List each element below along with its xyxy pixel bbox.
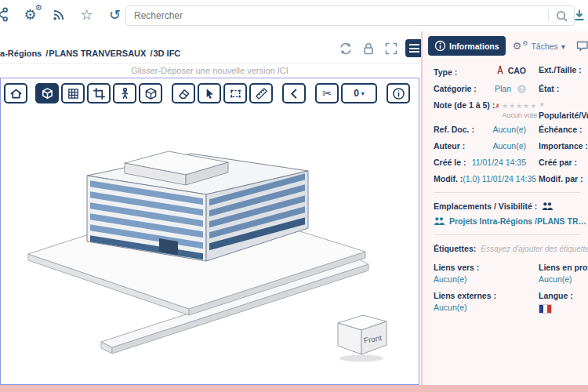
tasks-gear-small-icon: ⚙	[522, 40, 528, 47]
field-category-value: Plan ?	[495, 84, 526, 93]
bottom-status-strip	[0, 385, 588, 392]
cad-compass-icon	[495, 65, 505, 75]
field-modified-value: (1.0) 11/01/24 14:35	[463, 174, 536, 183]
tab-taches-label: Tâches	[531, 42, 557, 51]
search-bar	[125, 5, 575, 26]
field-external-links-label: Liens externes :	[434, 291, 496, 300]
rating-stars[interactable]: ✗★★★★★	[495, 100, 537, 110]
toolbar-cube-view-button[interactable]	[35, 83, 59, 103]
field-note-empty: Aucun vote	[502, 111, 537, 119]
field-locations-label: Emplacements / Visibilité :	[434, 201, 537, 211]
field-links-from-value: Aucun(e)	[539, 274, 572, 284]
field-category-label: Catégorie :	[434, 84, 477, 93]
settings-gear-icon[interactable]: ⚙ ⚙	[22, 6, 38, 23]
panel-divider	[434, 234, 580, 235]
top-bar-icons: ⚙ ⚙ ☆ ↺	[0, 6, 123, 23]
toolbar-walkthrough-button[interactable]	[113, 83, 136, 103]
panel-body: Type : CAO Ext./Taille : Catégorie :	[423, 59, 588, 314]
field-links-from-label: Liens en provenance :	[539, 263, 588, 272]
app-window: ⚙ ⚙ ☆ ↺	[0, 0, 588, 392]
tags-placeholder[interactable]: Essayez d'ajouter des étiquettes depuis	[481, 245, 588, 253]
toolbar-ruler-button[interactable]	[249, 83, 273, 103]
history-icon[interactable]: ↺	[107, 6, 123, 23]
field-state-label: État :	[539, 84, 559, 93]
tab-informations-label: Informations	[449, 42, 499, 51]
panel-divider	[434, 192, 580, 193]
popularity-star-icon: ★	[539, 100, 546, 108]
panel-tabs: Informations ⚙⚙ Tâches ▾ Commentaires	[423, 31, 588, 59]
help-badge[interactable]: ?	[517, 85, 526, 93]
viewer-toolbar: ✂ 0 ▾	[4, 83, 410, 103]
toolbar-counter-dropdown[interactable]: 0 ▾	[341, 83, 377, 103]
toolbar-home-button[interactable]	[4, 83, 27, 103]
toolbar-crop-button[interactable]	[87, 83, 111, 103]
toolbar-collapse-button[interactable]	[282, 83, 306, 103]
field-author-label: Auteur :	[434, 141, 465, 151]
field-createdby-label: Créé par :	[539, 158, 577, 167]
field-popularity-label: Popularité/Vues :	[539, 111, 588, 120]
users-icon	[434, 216, 445, 226]
field-type-label: Type :	[434, 67, 457, 77]
viewer-controls	[337, 39, 423, 57]
field-modifiedby-label: Modif. par :	[539, 174, 583, 183]
search-icon[interactable]	[549, 9, 574, 23]
toolbar-pointer-button[interactable]	[198, 83, 221, 103]
field-ext-label: Ext./Taille :	[539, 65, 582, 74]
fullscreen-icon[interactable]	[383, 40, 399, 56]
field-external-links-value: Aucun(e)	[434, 303, 467, 312]
french-flag-icon	[539, 304, 552, 314]
field-refdoc-label: Ref. Doc. :	[434, 125, 474, 134]
users-icon	[542, 201, 554, 211]
breadcrumb-separator: /	[45, 49, 48, 58]
toolbar-eraser-button[interactable]	[172, 83, 195, 103]
sync-icon[interactable]	[337, 40, 354, 56]
tab-commentaires[interactable]: Commentaires	[572, 36, 588, 56]
tab-informations[interactable]: Informations	[428, 36, 506, 56]
breadcrumb-item-folder[interactable]: PLANS TRANVERSAUX	[49, 49, 146, 58]
field-language-label: Langue :	[539, 291, 573, 300]
field-refdoc-value: Aucun(e)	[492, 125, 526, 134]
location-breadcrumb-link[interactable]: Projets Intra-Régions /PLANS TRANVERSAUX…	[434, 216, 587, 226]
share-icon[interactable]	[0, 6, 10, 23]
download-icon[interactable]	[572, 8, 586, 22]
comment-bubble-icon	[576, 40, 588, 52]
scissors-icon: ✂	[322, 88, 332, 99]
toolbar-grid-button[interactable]	[61, 83, 85, 103]
favorite-star-icon[interactable]: ☆	[78, 6, 95, 23]
rss-feed-icon[interactable]	[50, 6, 67, 23]
chevron-down-icon: ▾	[561, 42, 565, 51]
field-created-label: Créé le :	[434, 158, 466, 167]
breadcrumb-item-current: 3D IFC	[153, 49, 180, 58]
breadcrumb: Projets Intra-Régions/PLANS TRANVERSAUX/…	[0, 49, 180, 58]
top-bar: ⚙ ⚙ ☆ ↺	[0, 0, 588, 33]
field-modified-label: Modif. :	[434, 174, 463, 183]
field-links-to-value: Aucun(e)	[434, 274, 467, 284]
counter-value: 0	[354, 88, 359, 99]
toolbar-info-button[interactable]	[387, 83, 410, 103]
breadcrumb-separator: /	[150, 49, 152, 58]
view-navigation-cube[interactable]: Front	[333, 309, 393, 364]
field-tags-label: Étiquettes:	[434, 244, 476, 253]
field-due-label: Échéance :	[539, 125, 582, 134]
field-type-value: CAO	[495, 65, 526, 75]
field-created-value: 11/01/24 14:35	[472, 158, 526, 167]
info-circle-icon	[434, 40, 446, 52]
field-note-label: Note (de 1 à 5) :	[434, 100, 495, 110]
version-dropzone[interactable]: Glisser-Déposer une nouvelle version ICI	[0, 63, 419, 78]
search-input[interactable]	[126, 10, 548, 21]
field-links-to-label: Liens vers :	[434, 263, 479, 272]
ifc-viewer[interactable]: ✂ 0 ▾	[0, 78, 419, 385]
tasks-gear-icon: ⚙	[513, 41, 522, 51]
field-importance-label: Importance :	[539, 141, 588, 151]
toolbar-section-cut-button[interactable]: ✂	[315, 83, 339, 103]
tab-taches[interactable]: ⚙⚙ Tâches ▾	[509, 37, 570, 55]
lock-icon[interactable]	[360, 40, 376, 56]
small-gear-icon: ⚙	[35, 3, 42, 12]
field-author-value: Aucun(e)	[492, 141, 526, 151]
toolbar-region-select-button[interactable]	[223, 83, 247, 103]
clear-vote-icon[interactable]: ✗	[495, 103, 500, 110]
breadcrumb-item-project[interactable]: Projets Intra-Régions	[0, 49, 42, 58]
caret-down-icon: ▾	[361, 90, 365, 97]
toolbar-3d-box-button[interactable]	[139, 83, 162, 103]
document-info-panel: Informations ⚙⚙ Tâches ▾ Commentaires Ty…	[421, 31, 588, 386]
